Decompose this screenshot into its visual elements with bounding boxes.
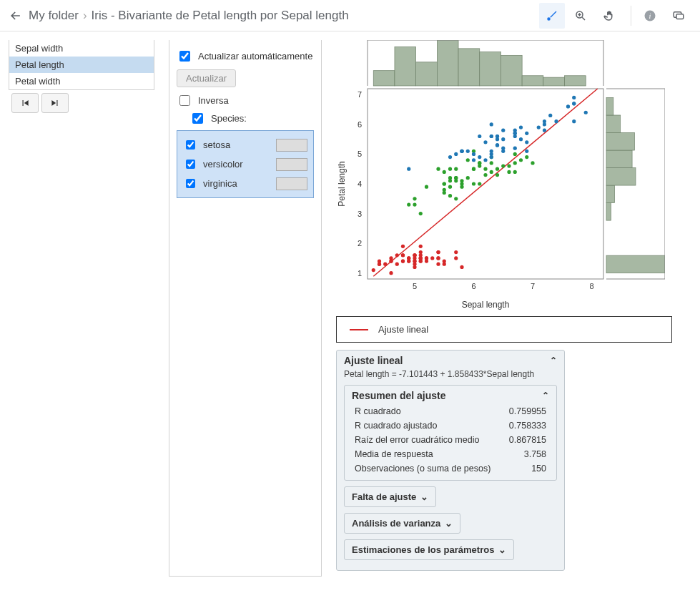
breadcrumb-folder[interactable]: My folder [29,9,79,23]
svg-point-135 [443,182,446,185]
back-button[interactable] [9,9,23,23]
variable-row[interactable]: Petal width [9,73,154,89]
fit-summary-header[interactable]: Resumen del ajuste ⌃ [352,390,549,401]
svg-text:8: 8 [589,282,593,290]
table-row: R cuadrado ajustado 0.758333 [352,418,549,433]
svg-point-150 [501,129,505,132]
svg-point-101 [454,167,458,171]
inverse-checkbox[interactable]: Inversa [177,93,314,108]
species-item-checkbox[interactable] [186,179,195,188]
svg-point-164 [572,96,576,99]
linear-fit-header[interactable]: Ajuste lineal ⌃ [344,355,557,366]
svg-point-192 [490,152,493,156]
svg-point-76 [401,253,405,257]
svg-point-110 [448,194,452,197]
svg-point-89 [413,253,416,257]
prev-variable-button[interactable] [11,93,39,113]
svg-point-132 [513,161,517,165]
species-swatch[interactable] [276,177,307,190]
pan-button[interactable] [596,3,622,29]
svg-rect-37 [606,168,636,186]
info-button[interactable]: i [637,3,663,29]
svg-point-122 [519,158,523,162]
summary-value: 3.758 [503,447,549,461]
breadcrumb-title: Iris - Bivariante de Petal length por Se… [92,9,349,23]
inverse-input[interactable] [179,95,190,106]
svg-point-139 [413,202,416,206]
species-item-checkbox[interactable] [186,140,195,150]
variable-row[interactable]: Petal length [9,57,154,73]
svg-point-87 [383,263,387,266]
brush-tool-button[interactable] [539,3,565,29]
species-row[interactable]: virginica [183,174,307,193]
svg-point-120 [496,173,499,177]
comments-button[interactable] [666,3,691,29]
svg-point-75 [395,253,399,257]
svg-rect-21 [373,71,395,86]
species-row[interactable]: setosa [183,135,307,155]
svg-point-175 [543,129,546,132]
svg-point-0 [547,17,551,21]
table-row: Observaciones (o suma de pesos) 150 [352,461,549,476]
svg-point-117 [478,182,481,185]
svg-point-172 [483,158,487,162]
summary-label: Media de respuesta [352,447,503,461]
svg-point-70 [401,245,405,248]
svg-point-148 [537,125,541,129]
fit-summary-table: R cuadrado 0.759955R cuadrado ajustado 0… [352,404,549,476]
auto-update-input[interactable] [179,51,190,62]
svg-point-176 [554,119,558,123]
svg-point-60 [460,265,463,269]
svg-point-187 [525,150,528,153]
next-variable-button[interactable] [41,93,69,113]
species-row[interactable]: versicolor [183,155,307,174]
fit-legend: Ajuste lineal [336,316,672,343]
zoom-button[interactable] [568,3,593,29]
svg-rect-29 [543,77,565,86]
species-box: setosa versicolor virginica [177,130,314,198]
chevron-up-icon: ⌃ [550,356,557,366]
svg-point-103 [407,202,410,206]
svg-point-104 [507,164,511,167]
svg-rect-26 [480,52,501,86]
species-checkbox[interactable]: Species: [189,111,314,126]
summary-label: Observaciones (o suma de pesos) [352,461,503,476]
linear-fit-title: Ajuste lineal [344,355,403,366]
param-est-toggle[interactable]: Estimaciones de los parámetros ⌄ [344,539,514,560]
variable-row[interactable]: Sepal width [9,40,154,57]
anova-toggle[interactable]: Análisis de varianza ⌄ [344,513,460,534]
svg-point-167 [448,155,452,159]
species-input[interactable] [192,113,203,124]
svg-point-105 [425,185,428,189]
summary-value: 0.759955 [503,404,549,418]
species-swatch[interactable] [276,139,307,152]
lack-of-fit-toggle[interactable]: Falta de ajuste ⌄ [344,486,436,507]
summary-value: 0.867815 [503,433,549,447]
svg-point-100 [501,164,505,167]
svg-point-83 [407,259,410,263]
species-item-checkbox[interactable] [186,160,195,169]
svg-text:3: 3 [358,210,362,218]
inverse-label: Inversa [198,95,229,106]
auto-update-checkbox[interactable]: Actualizar automáticamente [177,49,314,64]
species-swatch[interactable] [276,158,307,171]
species-item-label: virginica [203,178,270,189]
svg-point-121 [507,170,511,174]
svg-point-108 [472,182,475,185]
summary-label: R cuadrado [352,404,503,418]
svg-point-177 [584,111,588,114]
svg-point-64 [454,250,458,254]
svg-point-153 [548,114,552,117]
svg-point-189 [519,125,523,129]
svg-point-195 [466,150,470,153]
svg-rect-22 [395,46,416,86]
svg-point-90 [419,245,423,248]
svg-rect-28 [522,76,543,86]
update-button[interactable]: Actualizar [177,69,236,87]
svg-point-114 [483,167,487,171]
scatter-chart[interactable]: 56781234567Sepal lengthPetal length [336,40,665,312]
svg-point-143 [483,173,487,177]
svg-point-173 [478,155,481,159]
svg-point-95 [413,259,416,263]
svg-rect-34 [606,255,665,273]
